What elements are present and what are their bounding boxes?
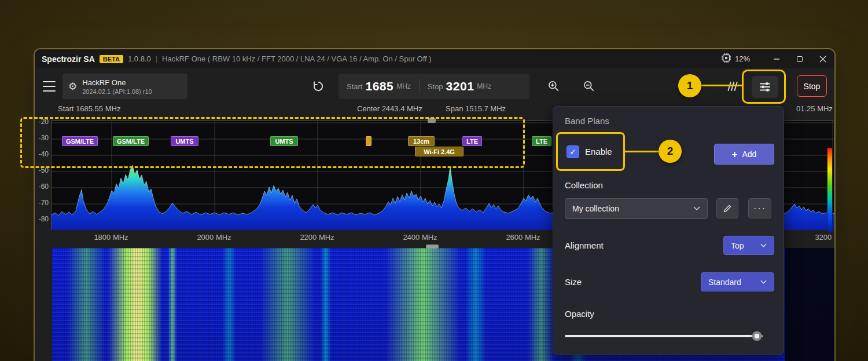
- band-plan-highlight-rect: [20, 117, 525, 168]
- frequency-range-control[interactable]: Start 1685 MHz Stop 3201 MHz: [339, 74, 529, 99]
- step1-connector-line: [701, 85, 742, 86]
- size-select[interactable]: Standard: [701, 272, 774, 291]
- collection-label: Collection: [565, 180, 603, 190]
- title-bar: Spectrozir SA BETA 1.0.8.0 | HackRF One …: [35, 49, 834, 68]
- freq-divider: [419, 79, 420, 93]
- band-badge: LTE: [532, 136, 551, 146]
- plus-icon: +: [732, 149, 738, 159]
- device-firmware: 2024.02.1 (API:1.08) r10: [82, 88, 152, 95]
- chevron-down-icon: [693, 206, 700, 210]
- edit-collection-button[interactable]: [716, 198, 738, 218]
- undo-button[interactable]: [311, 79, 325, 93]
- gear-icon: ⚙: [68, 81, 77, 93]
- x-tick: 3200 MHz: [815, 233, 834, 242]
- waterfall-resize-handle[interactable]: [426, 245, 439, 249]
- ellipsis-icon: ···: [753, 204, 766, 213]
- x-tick: 2400 MHz: [403, 233, 437, 242]
- title-separator: |: [156, 54, 157, 63]
- cpu-usage: 12%: [735, 54, 750, 63]
- device-settings-button[interactable]: ⚙ HackRF One 2024.02.1 (API:1.08) r10: [62, 74, 187, 99]
- chevron-down-icon: [760, 280, 767, 284]
- stop-freq-unit: MHz: [477, 82, 491, 90]
- start-freq-value[interactable]: 1685: [365, 79, 393, 93]
- center-readout: Center 2443.4 MHz: [357, 104, 422, 113]
- size-label: Size: [565, 277, 582, 287]
- start-freq-label: Start: [347, 82, 362, 91]
- step2-connector-line: [625, 151, 659, 152]
- step1-highlight-box: [742, 70, 786, 104]
- opacity-label: Opacity: [565, 309, 594, 319]
- zoom-in-button[interactable]: [546, 79, 561, 94]
- menu-button[interactable]: [43, 81, 56, 92]
- close-button[interactable]: [811, 49, 834, 68]
- waterfall-view-icon[interactable]: [724, 79, 740, 94]
- add-button-label: Add: [742, 149, 757, 159]
- app-window: Spectrozir SA BETA 1.0.8.0 | HackRF One …: [35, 49, 834, 361]
- amplitude-colorbar[interactable]: [827, 148, 833, 232]
- start-freq-unit: MHz: [396, 82, 411, 90]
- step2-marker: 2: [659, 140, 682, 163]
- cpu-icon: [721, 53, 731, 65]
- alignment-label: Alignment: [565, 240, 604, 250]
- step2-highlight-box: [556, 132, 625, 171]
- stop-freq-value[interactable]: 3201: [446, 79, 475, 93]
- app-title: Spectrozir SA: [42, 54, 95, 64]
- y-tick: -70: [35, 199, 49, 207]
- alignment-select[interactable]: Top: [723, 236, 774, 255]
- x-tick: 2600 MHz: [506, 233, 540, 242]
- slider-thumb[interactable]: [752, 331, 762, 341]
- x-tick: 2000 MHz: [197, 233, 231, 242]
- chevron-down-icon: [760, 243, 767, 247]
- opacity-slider[interactable]: [565, 331, 763, 341]
- collection-value: My collection: [572, 204, 619, 213]
- device-name: HackRF One: [82, 78, 152, 87]
- span-readout: Span 1515.7 MHz: [446, 104, 506, 113]
- y-tick: -80: [35, 215, 49, 223]
- start-readout: Start 1685.55 MHz: [58, 104, 120, 113]
- panel-title: Band Plans: [565, 116, 609, 126]
- stop-freq-label: Stop: [428, 82, 443, 91]
- maximize-icon: [797, 56, 803, 62]
- slider-track[interactable]: [565, 335, 763, 337]
- stop-acquisition-button[interactable]: Stop: [797, 75, 827, 97]
- minimize-button[interactable]: [765, 49, 788, 68]
- device-summary: HackRF One ( RBW 10 kHz / FFT 2000 / LNA…: [162, 54, 432, 63]
- maximize-button[interactable]: [788, 49, 811, 68]
- right-readout: 01.25 MHz: [796, 104, 833, 113]
- alignment-value: Top: [731, 241, 744, 250]
- x-tick: 2200 MHz: [300, 233, 334, 242]
- zoom-out-button[interactable]: [582, 79, 597, 94]
- app-version: 1.0.8.0: [128, 54, 151, 63]
- more-options-button[interactable]: ···: [748, 198, 771, 218]
- pencil-icon: [723, 204, 732, 213]
- size-value: Standard: [708, 278, 741, 287]
- beta-badge: BETA: [100, 55, 123, 63]
- y-tick: -60: [35, 183, 49, 191]
- step1-marker: 1: [678, 74, 701, 97]
- x-tick: 1800 MHz: [94, 233, 128, 242]
- collection-select[interactable]: My collection: [565, 198, 708, 218]
- add-band-plan-button[interactable]: + Add: [714, 144, 774, 165]
